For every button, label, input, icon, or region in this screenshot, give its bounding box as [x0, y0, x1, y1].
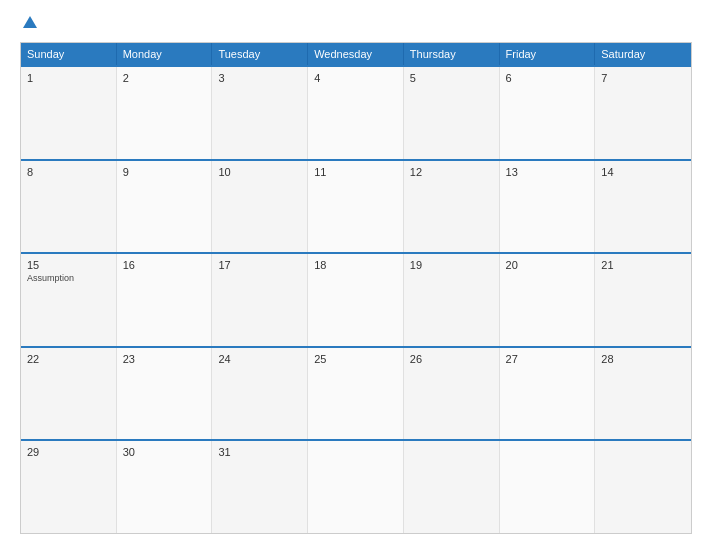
day-number: 9: [123, 166, 206, 178]
day-number: 12: [410, 166, 493, 178]
logo-triangle-icon: [23, 16, 37, 28]
day-number: 15: [27, 259, 110, 271]
day-number: 5: [410, 72, 493, 84]
day-number: 19: [410, 259, 493, 271]
day-cell-empty: [595, 441, 691, 533]
day-cell-27: 27: [500, 348, 596, 440]
day-number: 21: [601, 259, 685, 271]
day-number: 18: [314, 259, 397, 271]
day-cell-empty: [404, 441, 500, 533]
day-number: 6: [506, 72, 589, 84]
day-number: 23: [123, 353, 206, 365]
day-cell-empty: [308, 441, 404, 533]
day-number: 11: [314, 166, 397, 178]
day-header-tuesday: Tuesday: [212, 43, 308, 65]
day-header-saturday: Saturday: [595, 43, 691, 65]
day-number: 20: [506, 259, 589, 271]
calendar: SundayMondayTuesdayWednesdayThursdayFrid…: [20, 42, 692, 534]
day-number: 1: [27, 72, 110, 84]
day-cell-24: 24: [212, 348, 308, 440]
day-cell-15: 15Assumption: [21, 254, 117, 346]
day-number: 28: [601, 353, 685, 365]
day-cell-empty: [500, 441, 596, 533]
day-cell-20: 20: [500, 254, 596, 346]
week-row-4: 22232425262728: [21, 346, 691, 440]
day-cell-12: 12: [404, 161, 500, 253]
day-headers-row: SundayMondayTuesdayWednesdayThursdayFrid…: [21, 43, 691, 65]
day-cell-19: 19: [404, 254, 500, 346]
day-number: 10: [218, 166, 301, 178]
day-number: 16: [123, 259, 206, 271]
week-row-3: 15Assumption161718192021: [21, 252, 691, 346]
day-cell-23: 23: [117, 348, 213, 440]
day-cell-21: 21: [595, 254, 691, 346]
day-number: 29: [27, 446, 110, 458]
day-cell-11: 11: [308, 161, 404, 253]
day-number: 8: [27, 166, 110, 178]
week-row-1: 1234567: [21, 65, 691, 159]
holiday-label: Assumption: [27, 273, 110, 283]
day-cell-31: 31: [212, 441, 308, 533]
day-cell-5: 5: [404, 67, 500, 159]
day-cell-13: 13: [500, 161, 596, 253]
day-header-friday: Friday: [500, 43, 596, 65]
day-cell-26: 26: [404, 348, 500, 440]
day-number: 17: [218, 259, 301, 271]
weeks-container: 123456789101112131415Assumption161718192…: [21, 65, 691, 533]
page-header: [20, 16, 692, 30]
day-number: 4: [314, 72, 397, 84]
day-number: 24: [218, 353, 301, 365]
day-number: 14: [601, 166, 685, 178]
week-row-2: 891011121314: [21, 159, 691, 253]
day-number: 7: [601, 72, 685, 84]
day-cell-2: 2: [117, 67, 213, 159]
day-number: 27: [506, 353, 589, 365]
day-cell-18: 18: [308, 254, 404, 346]
day-cell-17: 17: [212, 254, 308, 346]
day-cell-16: 16: [117, 254, 213, 346]
day-cell-4: 4: [308, 67, 404, 159]
day-cell-1: 1: [21, 67, 117, 159]
day-cell-8: 8: [21, 161, 117, 253]
day-number: 3: [218, 72, 301, 84]
day-cell-30: 30: [117, 441, 213, 533]
day-cell-9: 9: [117, 161, 213, 253]
day-cell-6: 6: [500, 67, 596, 159]
day-number: 2: [123, 72, 206, 84]
day-cell-14: 14: [595, 161, 691, 253]
week-row-5: 293031: [21, 439, 691, 533]
day-number: 26: [410, 353, 493, 365]
day-number: 31: [218, 446, 301, 458]
day-cell-3: 3: [212, 67, 308, 159]
day-header-thursday: Thursday: [404, 43, 500, 65]
day-cell-29: 29: [21, 441, 117, 533]
day-number: 30: [123, 446, 206, 458]
day-cell-25: 25: [308, 348, 404, 440]
day-header-monday: Monday: [117, 43, 213, 65]
day-header-wednesday: Wednesday: [308, 43, 404, 65]
day-cell-10: 10: [212, 161, 308, 253]
day-cell-28: 28: [595, 348, 691, 440]
day-number: 25: [314, 353, 397, 365]
day-cell-22: 22: [21, 348, 117, 440]
day-number: 22: [27, 353, 110, 365]
day-header-sunday: Sunday: [21, 43, 117, 65]
logo: [20, 16, 37, 30]
day-cell-7: 7: [595, 67, 691, 159]
day-number: 13: [506, 166, 589, 178]
